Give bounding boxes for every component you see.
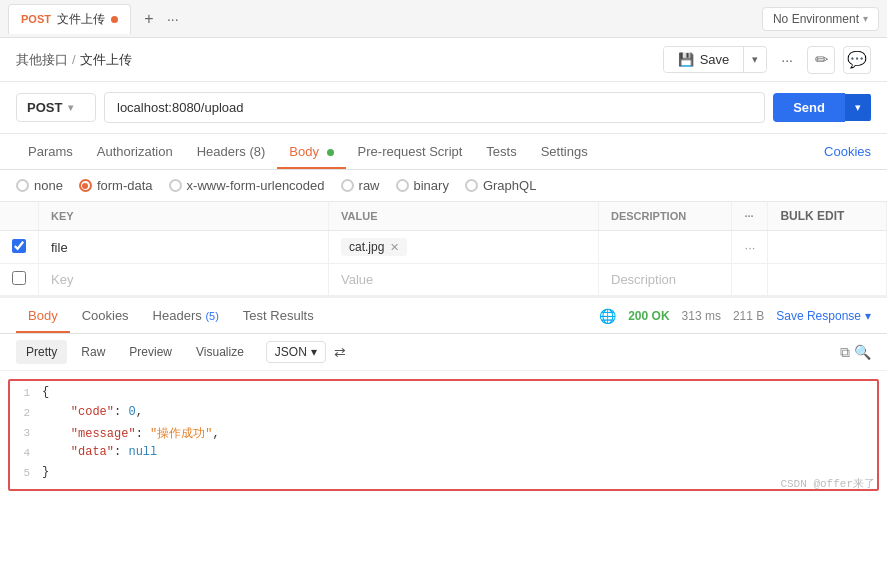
tab-prerequest[interactable]: Pre-request Script xyxy=(346,136,475,169)
row-checkbox-cell[interactable] xyxy=(0,231,39,264)
empty-checkbox[interactable] xyxy=(12,271,26,285)
empty-value-cell[interactable]: Value xyxy=(329,264,599,296)
resp-view-raw[interactable]: Raw xyxy=(71,340,115,364)
search-button[interactable]: 🔍 xyxy=(854,344,871,360)
tab-prerequest-label: Pre-request Script xyxy=(358,144,463,159)
empty-desc-cell[interactable]: Description xyxy=(599,264,732,296)
radio-none-label: none xyxy=(34,178,63,193)
row-more-cell[interactable]: ··· xyxy=(732,231,768,264)
toolbar-right: 💾 Save ▾ ··· ✏ 💬 xyxy=(663,46,871,74)
body-type-raw[interactable]: raw xyxy=(341,178,380,193)
comment-icon: 💬 xyxy=(847,50,867,69)
radio-raw-circle xyxy=(341,179,354,192)
table-row: file cat.jpg ✕ ··· xyxy=(0,231,887,264)
chip-remove-button[interactable]: ✕ xyxy=(390,241,399,254)
breadcrumb-bar: 其他接口 / 文件上传 💾 Save ▾ ··· ✏ 💬 xyxy=(0,38,887,82)
toolbar-more-button[interactable]: ··· xyxy=(775,48,799,72)
format-label: JSON xyxy=(275,345,307,359)
resp-tab-headers-label: Headers xyxy=(153,308,202,323)
environment-selector[interactable]: No Environment ▾ xyxy=(762,7,879,31)
body-type-urlencoded[interactable]: x-www-form-urlencoded xyxy=(169,178,325,193)
line-content-4: "data": null xyxy=(42,445,877,459)
save-label: Save xyxy=(700,52,730,67)
status-code: 200 OK xyxy=(628,309,669,323)
edit-button[interactable]: ✏ xyxy=(807,46,835,74)
radio-urlencoded-label: x-www-form-urlencoded xyxy=(187,178,325,193)
table-row-empty: Key Value Description xyxy=(0,264,887,296)
code-area: 1 { 2 "code": 0, 3 "message": "操作成功", 4 … xyxy=(8,379,879,491)
tab-headers[interactable]: Headers (8) xyxy=(185,136,278,169)
empty-key-cell[interactable]: Key xyxy=(39,264,329,296)
url-input[interactable] xyxy=(104,92,765,123)
empty-more-cell xyxy=(732,264,768,296)
resp-tab-cookies[interactable]: Cookies xyxy=(70,300,141,333)
tab-authorization[interactable]: Authorization xyxy=(85,136,185,169)
resp-view-pretty[interactable]: Pretty xyxy=(16,340,67,364)
body-type-formdata[interactable]: form-data xyxy=(79,178,153,193)
empty-checkbox-cell[interactable] xyxy=(0,264,39,296)
save-response-button[interactable]: Save Response ▾ xyxy=(776,309,871,323)
col-bulkedit-header[interactable]: Bulk Edit xyxy=(768,202,887,231)
tabs-more-button[interactable]: ··· xyxy=(167,11,179,27)
send-dropdown-arrow[interactable]: ▾ xyxy=(845,94,871,121)
params-table: KEY VALUE DESCRIPTION ··· Bulk Edit file… xyxy=(0,202,887,296)
save-button[interactable]: 💾 Save xyxy=(664,47,745,72)
row-value-cell[interactable]: cat.jpg ✕ xyxy=(329,231,599,264)
row-key-text: file xyxy=(51,240,68,255)
tab-body[interactable]: Body xyxy=(277,136,345,169)
new-tab-button[interactable]: + xyxy=(135,5,163,33)
tab-bar: POST 文件上传 + ··· No Environment ▾ xyxy=(0,0,887,38)
resp-tab-testresults-label: Test Results xyxy=(243,308,314,323)
active-request-tab[interactable]: POST 文件上传 xyxy=(8,4,131,34)
send-button[interactable]: Send xyxy=(773,93,845,122)
tab-params-label: Params xyxy=(28,144,73,159)
params-table-container: KEY VALUE DESCRIPTION ··· Bulk Edit file… xyxy=(0,202,887,296)
method-selector[interactable]: POST ▾ xyxy=(16,93,96,122)
url-bar: POST ▾ Send ▾ xyxy=(0,82,887,134)
row-value-chip: cat.jpg ✕ xyxy=(341,238,407,256)
resp-view-preview[interactable]: Preview xyxy=(119,340,182,364)
method-badge: POST xyxy=(21,13,51,25)
tab-params[interactable]: Params xyxy=(16,136,85,169)
resp-view-visualize[interactable]: Visualize xyxy=(186,340,254,364)
row-bulk-cell xyxy=(768,231,887,264)
copy-button[interactable]: ⧉ xyxy=(840,344,850,361)
env-label: No Environment xyxy=(773,12,859,26)
col-more-header: ··· xyxy=(732,202,768,231)
radio-graphql-label: GraphQL xyxy=(483,178,536,193)
save-icon: 💾 xyxy=(678,52,694,67)
line-num-2: 2 xyxy=(10,405,42,419)
radio-binary-circle xyxy=(396,179,409,192)
response-toolbar: Pretty Raw Preview Visualize JSON ▾ ⇄ ⧉ … xyxy=(0,334,887,371)
resp-tab-body[interactable]: Body xyxy=(16,300,70,333)
radio-formdata-label: form-data xyxy=(97,178,153,193)
code-line-5: 5 } xyxy=(10,465,877,485)
tab-tests[interactable]: Tests xyxy=(474,136,528,169)
code-line-1: 1 { xyxy=(10,385,877,405)
format-chevron-icon: ▾ xyxy=(311,345,317,359)
cookies-link[interactable]: Cookies xyxy=(824,144,871,159)
line-content-5: } xyxy=(42,465,877,479)
line-content-2: "code": 0, xyxy=(42,405,877,419)
resp-tab-testresults[interactable]: Test Results xyxy=(231,300,326,333)
row-checkbox[interactable] xyxy=(12,239,26,253)
radio-formdata-circle xyxy=(79,179,92,192)
save-dropdown-arrow[interactable]: ▾ xyxy=(744,48,766,71)
chip-text: cat.jpg xyxy=(349,240,384,254)
code-line-2: 2 "code": 0, xyxy=(10,405,877,425)
format-selector[interactable]: JSON ▾ xyxy=(266,341,326,363)
resp-tab-headers[interactable]: Headers (5) xyxy=(141,300,231,333)
line-num-1: 1 xyxy=(10,385,42,399)
body-type-binary[interactable]: binary xyxy=(396,178,449,193)
breadcrumb: 其他接口 / 文件上传 xyxy=(16,51,132,69)
row-desc-cell[interactable] xyxy=(599,231,732,264)
row-key-cell[interactable]: file xyxy=(39,231,329,264)
breadcrumb-parent[interactable]: 其他接口 xyxy=(16,51,68,69)
wrap-button[interactable]: ⇄ xyxy=(334,344,346,360)
comment-button[interactable]: 💬 xyxy=(843,46,871,74)
tab-settings[interactable]: Settings xyxy=(529,136,600,169)
tab-authorization-label: Authorization xyxy=(97,144,173,159)
body-type-none[interactable]: none xyxy=(16,178,63,193)
watermark: CSDN @offer来了 xyxy=(780,476,875,491)
body-type-graphql[interactable]: GraphQL xyxy=(465,178,536,193)
